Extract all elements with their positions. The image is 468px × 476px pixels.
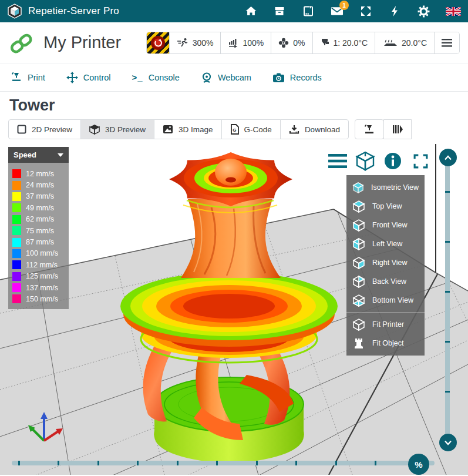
extruder-temp-button[interactable]: 1: 20.0°C <box>312 32 375 53</box>
flow-value: 100% <box>243 38 264 48</box>
menu-item-left-view[interactable]: Left View <box>346 234 425 253</box>
menu-divider <box>346 312 425 313</box>
fan-value: 0% <box>293 38 305 48</box>
flow-multiplier-button[interactable]: 100% <box>220 32 271 53</box>
cube-bottom-icon <box>352 294 365 307</box>
scroll-down-button[interactable] <box>439 434 457 451</box>
app-logo-icon[interactable] <box>7 4 22 19</box>
percent-zoom-button[interactable]: % <box>408 454 429 475</box>
menu-item-back-view[interactable]: Back View <box>346 272 425 291</box>
button-gcode[interactable]: G G-Code <box>221 119 281 139</box>
manual-button[interactable] <box>302 5 315 18</box>
view-mode-bar: 2D Preview 3D Preview 3D Image G G-Code … <box>0 118 468 143</box>
legend-row: 62 mm/s <box>12 214 65 225</box>
speed-runner-icon <box>177 38 188 48</box>
view-cube-button[interactable] <box>355 152 375 170</box>
menu-item-isometric-view[interactable]: Isometric View <box>346 178 425 197</box>
tab-console-label: Console <box>149 73 180 82</box>
color-swatch <box>12 203 21 212</box>
cube-plain-icon <box>352 318 365 331</box>
printer-box-button[interactable] <box>273 5 286 18</box>
control-arrows-icon <box>66 72 78 83</box>
legend-row: 125 mm/s <box>12 271 65 282</box>
printer-menu-button[interactable] <box>434 32 459 53</box>
printer-header: My Printer 300% <box>0 22 468 63</box>
app-title: Repetier-Server Pro <box>28 5 119 17</box>
legend-mode-dropdown[interactable]: Speed <box>8 147 69 163</box>
tab-control[interactable]: Control <box>66 72 111 83</box>
svg-text:G: G <box>233 128 236 133</box>
menu-item-top-view[interactable]: Top View <box>346 197 425 216</box>
cube-top-icon <box>352 200 365 213</box>
legend-row: 137 mm/s <box>12 282 65 293</box>
menu-item-bottom-view[interactable]: Bottom View <box>346 291 425 310</box>
button-print-bed[interactable] <box>355 119 384 139</box>
menu-item-front-view[interactable]: Front View <box>346 216 425 234</box>
print-icon <box>11 72 22 83</box>
emergency-stop-button[interactable] <box>147 32 169 53</box>
menu-item-right-view[interactable]: Right View <box>346 253 425 272</box>
tab-records[interactable]: Records <box>272 72 322 83</box>
speed-multiplier-button[interactable]: 300% <box>169 32 221 53</box>
expand-button[interactable] <box>359 5 372 18</box>
layers-play-icon <box>392 125 403 134</box>
download-icon <box>289 125 299 135</box>
color-swatch <box>12 249 21 258</box>
button-download[interactable]: Download <box>280 119 349 139</box>
layers-menu-button[interactable] <box>328 152 348 170</box>
flow-icon <box>228 38 238 48</box>
power-actions-button[interactable] <box>388 5 401 18</box>
menu-item-fit-object[interactable]: Fit Object <box>346 334 425 353</box>
color-swatch <box>12 272 21 281</box>
color-swatch <box>12 238 21 247</box>
tab-print[interactable]: Print <box>11 72 45 83</box>
home-button[interactable] <box>244 5 257 18</box>
printer-status-bar: 300% 100% 0% <box>146 32 460 54</box>
print-bed-icon <box>363 124 375 135</box>
tab-console[interactable]: >_ Console <box>132 72 180 82</box>
fullscreen-icon <box>413 153 429 169</box>
info-icon <box>384 152 402 170</box>
fan-button[interactable]: 0% <box>271 32 312 53</box>
bed-temp-button[interactable]: 20.0°C <box>375 32 434 53</box>
manual-icon <box>302 5 314 17</box>
messages-button[interactable]: 1 <box>331 5 344 18</box>
color-swatch <box>12 169 21 178</box>
fullscreen-button[interactable] <box>410 152 430 170</box>
cube-left-icon <box>352 237 365 250</box>
bed-temp-value: 20.0°C <box>402 38 427 48</box>
button-3d-preview[interactable]: 3D Preview <box>80 119 154 139</box>
legend-row: 87 mm/s <box>12 236 65 247</box>
tab-control-label: Control <box>83 73 111 82</box>
cube-right-icon <box>352 256 365 269</box>
square-outline-icon <box>17 125 26 134</box>
chevron-up-icon <box>444 155 452 160</box>
printer-box-icon <box>274 5 285 17</box>
button-3d-preview-label: 3D Preview <box>105 125 146 134</box>
layer-slider-horizontal[interactable] <box>12 461 435 465</box>
button-layer-range[interactable] <box>383 119 412 139</box>
heated-bed-icon <box>382 38 398 48</box>
view-cube-icon <box>355 151 375 171</box>
button-2d-preview[interactable]: 2D Preview <box>8 119 81 139</box>
legend-row: 75 mm/s <box>12 225 65 236</box>
legend-row: 150 mm/s <box>12 293 65 304</box>
language-button[interactable] <box>446 5 461 18</box>
page-title: Tower <box>0 92 468 118</box>
printer-name: My Printer <box>43 33 121 52</box>
gcode-3d-viewport[interactable]: Speed 12 mm/s 24 mm/s 37 mm/s 49 mm/s 62… <box>0 143 468 475</box>
menu-item-fit-printer[interactable]: Fit Printer <box>346 315 425 334</box>
settings-button[interactable] <box>417 5 430 18</box>
layer-slider-vertical[interactable] <box>445 157 450 434</box>
scroll-up-button[interactable] <box>439 149 457 166</box>
chevron-down-icon <box>58 153 63 157</box>
tab-records-label: Records <box>290 73 322 82</box>
color-swatch <box>12 215 21 224</box>
button-3d-image[interactable]: 3D Image <box>154 119 222 139</box>
bolt-icon <box>390 5 399 17</box>
info-button[interactable] <box>383 152 403 170</box>
legend-items: 12 mm/s 24 mm/s 37 mm/s 49 mm/s 62 mm/s … <box>8 163 69 309</box>
color-swatch <box>12 226 21 235</box>
tab-webcam[interactable]: Webcam <box>201 72 251 83</box>
gcode-file-icon: G <box>230 124 239 135</box>
